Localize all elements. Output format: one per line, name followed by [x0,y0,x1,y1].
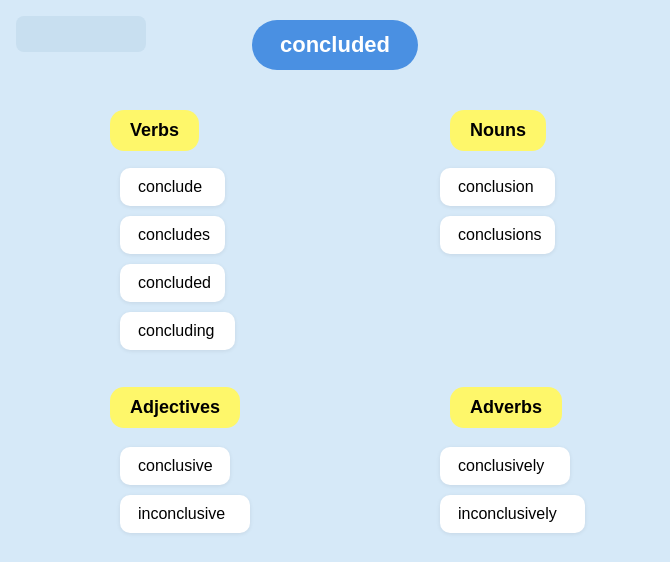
search-bar[interactable] [16,16,146,52]
word-card-concludes[interactable]: concludes [120,216,225,254]
word-card-concluding[interactable]: concluding [120,312,235,350]
word-card-inconclusive[interactable]: inconclusive [120,495,250,533]
verbs-category-label: Verbs [110,110,199,151]
word-card-conclusively[interactable]: conclusively [440,447,570,485]
adjectives-category-label: Adjectives [110,387,240,428]
word-card-conclusive[interactable]: conclusive [120,447,230,485]
word-card-conclusion[interactable]: conclusion [440,168,555,206]
center-word: concluded [252,20,418,70]
word-card-conclude[interactable]: conclude [120,168,225,206]
adverbs-category-label: Adverbs [450,387,562,428]
nouns-category-label: Nouns [450,110,546,151]
word-card-inconclusively[interactable]: inconclusively [440,495,585,533]
word-card-concluded[interactable]: concluded [120,264,225,302]
word-card-conclusions[interactable]: conclusions [440,216,555,254]
